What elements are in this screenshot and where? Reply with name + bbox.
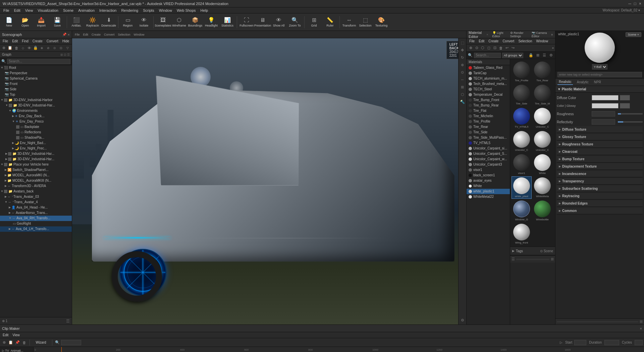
tree-item-env-sub3[interactable]: ▶ 📁 3D-ENV_Industrial-Har... (0, 157, 72, 162)
cm-start-value[interactable]: 0.00 (574, 340, 586, 345)
scene-tag-icon[interactable]: ⊙ Scene (540, 249, 553, 253)
menu-file[interactable]: File (1, 7, 11, 13)
me-options[interactable]: ≡ (552, 46, 554, 50)
ruler-btn[interactable]: 📏Ruler (322, 14, 338, 30)
menu-rendering[interactable]: Rendering (119, 7, 140, 13)
menu-scene[interactable]: Scene (61, 7, 75, 13)
cm-search-input[interactable] (61, 340, 81, 345)
me-menu-create[interactable]: Create (487, 38, 500, 44)
thumb-unicolor-c1[interactable]: Unicolor_C (532, 107, 552, 129)
thumb-whitemeta[interactable]: WhiteMeta (532, 176, 552, 199)
sg-menu-find[interactable]: Find (20, 38, 30, 44)
mat-item-tech-brush[interactable]: Tech_Brushed_meta... (467, 81, 510, 87)
cm-close[interactable]: × (640, 326, 642, 331)
statistics-btn[interactable]: 📊Statistics (220, 14, 235, 30)
vp-tool-zoom[interactable]: ⊕ (460, 62, 466, 68)
tree-item-georight[interactable]: ▭ GeoRight (0, 221, 72, 226)
sg-tool-1[interactable]: ⊕ (1, 45, 7, 51)
material-type-header[interactable]: ▼ Plastic Material (555, 86, 644, 93)
vp-tool-select[interactable]: ⬚ (460, 40, 466, 46)
zoomto-btn[interactable]: 🔍Zoom To (287, 14, 303, 30)
me-menu-convert[interactable]: Convert (501, 38, 516, 44)
vp-tool-5[interactable]: 🔦 (460, 99, 466, 105)
mat-item-unicolor3[interactable]: Unicolor_Carpaint3 (467, 162, 510, 167)
mat-item-tire-mich[interactable]: Tire_Michelin (467, 114, 510, 119)
mat-item-avatar-eyes[interactable]: avatar_eyes (467, 178, 510, 183)
me-tool-undo[interactable]: ↩ (504, 45, 509, 51)
thumb-window-g[interactable]: Window_G (512, 200, 532, 222)
mat-item-unicolor-w[interactable]: Unicolor_Carpaint_w... (467, 157, 510, 162)
tree-item-spherical[interactable]: 📷 Spherical_Camera (0, 76, 72, 81)
menu-help[interactable]: Help (199, 7, 210, 13)
sg-menu-edit[interactable]: Edit (11, 38, 19, 44)
tree-item-ava-head[interactable]: ▶ 👤 Ava_04_Head - He... (0, 205, 72, 210)
me-options-icon[interactable]: ⚙ (548, 53, 554, 58)
roughness-slider[interactable] (618, 113, 643, 115)
cm-menu-edit[interactable]: Edit (1, 332, 10, 338)
tree-item-env-day-preco[interactable]: ▼ ☀ Env_Day_Preco (0, 119, 72, 124)
tree-item-trans-avatar-03[interactable]: ▶ ↔ ⁻Trans_Avatar_03 (0, 194, 72, 200)
vp-menu-create[interactable]: Create (90, 31, 102, 38)
sg-tool-2[interactable]: 📋 (7, 45, 13, 51)
tab-npr[interactable]: NPR (593, 80, 602, 85)
thumb-white-plastic[interactable]: white_plast (512, 176, 532, 199)
me-menu-selection[interactable]: Selection (517, 38, 533, 44)
sg-tool-7[interactable]: ⊕ (39, 45, 45, 51)
me-group-dropdown[interactable]: All groups (502, 53, 523, 58)
me-filter-icon[interactable]: 🔒 (528, 53, 534, 58)
menu-window[interactable]: Window (157, 7, 174, 13)
downscale-btn[interactable]: ⬇Downscale (101, 14, 116, 30)
menu-webshops[interactable]: Web Shops (175, 7, 198, 13)
vp-tool-4[interactable]: ⬡ (460, 91, 466, 97)
diffuse-alpha-swatch[interactable] (620, 95, 630, 100)
raytracing-btn[interactable]: 🔆Raytracin (85, 14, 100, 30)
tree-item-avatar4torso[interactable]: ▶ ↔ Avatar4torso_Trans... (0, 210, 72, 216)
mat-item-tire-side[interactable]: Tire_Side (467, 130, 510, 135)
thumb-winebottle[interactable]: Winebottle (532, 200, 552, 222)
tree-item-backplate[interactable]: ▭ Backplate (0, 124, 72, 130)
vp-tool-pan[interactable]: ✥ (460, 47, 466, 53)
presentation-btn[interactable]: 🖥Presentation (255, 14, 270, 30)
ball-type-dropdown[interactable]: Y-Ball (592, 64, 607, 70)
sg-tool-3[interactable]: 🗑 (13, 45, 19, 51)
mat-item-visor1[interactable]: visor1 (467, 167, 510, 173)
clearcoat-section[interactable]: ▶ Clearcoat (557, 148, 643, 155)
sg-menu-file[interactable]: File (1, 38, 9, 44)
mat-item-tankcap[interactable]: TankCap (467, 71, 510, 76)
close-btn[interactable]: × (639, 1, 641, 6)
sg-tool-11[interactable]: ▽ (64, 45, 70, 51)
vp-tool-orbit[interactable]: ↻ (460, 54, 466, 60)
sg-menu-hide[interactable]: Hide (61, 38, 71, 44)
graph-icon-3[interactable]: ☰ (67, 53, 70, 56)
tree-item-reflections[interactable]: ▭ Reflections (0, 130, 72, 135)
tree-item-ava-lh[interactable]: ▶ ↔ Ava_04_LH_Transfo... (0, 226, 72, 232)
tree-item-model-aurora[interactable]: ▶ 📁 MODEL_AuroraMKI (N... (0, 173, 72, 178)
mat-item-whitemetal22[interactable]: WhiteMetal22 (467, 194, 510, 200)
me-close[interactable]: × (551, 33, 553, 37)
render-settings-btn[interactable]: ⚙ Render Settings (509, 31, 529, 38)
vp-menu-file[interactable]: File (73, 31, 81, 38)
mat-item-tire-flat[interactable]: Tire_Flat (467, 108, 510, 114)
menu-edit[interactable]: Edit (12, 7, 22, 13)
mat-item-tv-html5[interactable]: TV_HTML5 (467, 140, 510, 146)
cm-menu-view[interactable]: View (11, 332, 21, 338)
tree-item-shadowpla[interactable]: ▭ ShadowPla... (0, 135, 72, 140)
me-tool-add[interactable]: ⊕ (468, 45, 473, 51)
glossy-alpha-swatch[interactable] (620, 103, 630, 108)
glossy-color-swatch[interactable] (592, 103, 619, 108)
vp-menu-selection[interactable]: Selection (117, 31, 132, 38)
menu-animation[interactable]: Animation (76, 7, 97, 13)
camera-editor-btn[interactable]: 📷 Camera Editor (530, 31, 550, 38)
antialiasing-btn[interactable]: ⬛Antilas. (69, 14, 84, 30)
sg-tool-8[interactable]: ⊘ (45, 45, 51, 51)
scenograph-close[interactable]: × (68, 33, 70, 37)
texturing-btn[interactable]: 🎨Texturing (374, 14, 389, 30)
save-btn[interactable]: 💾Save (50, 14, 65, 30)
tree-item-root[interactable]: ▼ ⬛ Root (0, 65, 72, 71)
sg-tool-5[interactable]: 👁 (26, 45, 32, 51)
thumb-tire-side[interactable]: Tire_Side (512, 84, 532, 106)
me-tool-4[interactable]: ◻ (486, 45, 491, 51)
light-editor-btn[interactable]: 💡 Light Editor (491, 31, 507, 38)
sg-options-icon[interactable]: ☰ (66, 319, 70, 323)
new-btn[interactable]: 📄New (1, 14, 17, 30)
